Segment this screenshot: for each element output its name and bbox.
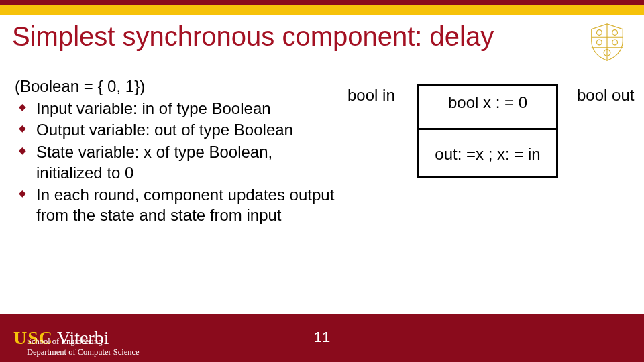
bullet-list: Input variable: in of type Boolean Outpu… — [17, 99, 337, 226]
left-column: (Boolean = { 0, 1}) Input variable: in o… — [15, 76, 337, 227]
slide: Simplest synchronous component: delay (B… — [0, 0, 644, 362]
list-item: Output variable: out of type Boolean — [17, 120, 337, 141]
bullet-text: State variable: x of type Boolean, initi… — [36, 143, 272, 182]
diagram-input-label: bool in — [347, 86, 395, 105]
dept-line1: School of Engineering — [27, 337, 140, 347]
definition-text: (Boolean = { 0, 1}) — [15, 76, 337, 97]
svg-point-2 — [597, 40, 602, 45]
bullet-text: Input variable: in of type Boolean — [36, 99, 271, 117]
svg-point-3 — [612, 40, 618, 45]
title-row: Simplest synchronous component: delay — [0, 15, 644, 67]
footer-department: School of Engineering Department of Comp… — [27, 337, 140, 357]
diagram-output-label: bool out — [577, 86, 634, 105]
list-item: State variable: x of type Boolean, initi… — [17, 142, 337, 183]
bullet-text: Output variable: out of type Boolean — [36, 121, 293, 139]
svg-point-0 — [597, 30, 602, 36]
component-box: bool x : = 0 out: =x ; x: = in — [417, 84, 558, 178]
bullet-text: In each round, component updates output … — [36, 186, 334, 225]
box-update-text: out: =x ; x: = in — [419, 130, 556, 176]
page-number: 11 — [314, 328, 330, 346]
dept-line2: Department of Computer Science — [27, 347, 140, 358]
list-item: Input variable: in of type Boolean — [17, 99, 337, 119]
top-border-yellow — [0, 5, 644, 15]
right-column: bool in bool out bool x : = 0 out: =x ; … — [342, 76, 636, 227]
slide-title: Simplest synchronous component: delay — [12, 21, 494, 51]
usc-crest-icon — [586, 21, 628, 63]
box-state-text: bool x : = 0 — [419, 86, 556, 128]
svg-point-1 — [612, 30, 618, 36]
content-area: (Boolean = { 0, 1}) Input variable: in o… — [0, 67, 644, 227]
footer-bar: USC Viterbi School of Engineering Depart… — [0, 314, 644, 362]
top-border-red — [0, 0, 644, 5]
list-item: In each round, component updates output … — [17, 185, 337, 226]
